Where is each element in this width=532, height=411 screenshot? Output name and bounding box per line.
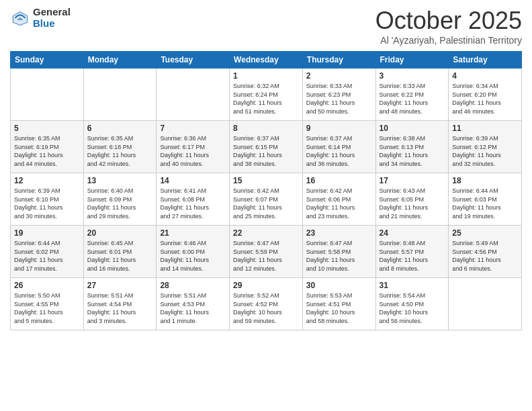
calendar-week-row: 1Sunrise: 6:32 AM Sunset: 6:24 PM Daylig… bbox=[11, 68, 522, 121]
day-number: 3 bbox=[380, 71, 445, 81]
weekday-header: Tuesday bbox=[157, 52, 230, 68]
calendar-cell: 28Sunrise: 5:51 AM Sunset: 4:53 PM Dayli… bbox=[157, 278, 230, 330]
month-title: October 2025 bbox=[375, 7, 522, 35]
calendar-cell: 31Sunrise: 5:54 AM Sunset: 4:50 PM Dayli… bbox=[375, 278, 449, 330]
day-info: Sunrise: 6:36 AM Sunset: 6:17 PM Dayligh… bbox=[160, 134, 226, 168]
day-info: Sunrise: 5:52 AM Sunset: 4:52 PM Dayligh… bbox=[233, 291, 299, 325]
calendar-cell: 9Sunrise: 6:37 AM Sunset: 6:14 PM Daylig… bbox=[302, 121, 375, 173]
day-number: 18 bbox=[452, 176, 518, 185]
calendar-cell: 29Sunrise: 5:52 AM Sunset: 4:52 PM Dayli… bbox=[230, 278, 303, 330]
day-number: 29 bbox=[233, 281, 299, 290]
day-info: Sunrise: 6:44 AM Sunset: 6:03 PM Dayligh… bbox=[452, 187, 518, 220]
day-info: Sunrise: 6:34 AM Sunset: 6:20 PM Dayligh… bbox=[452, 82, 518, 116]
calendar-cell: 22Sunrise: 6:47 AM Sunset: 5:59 PM Dayli… bbox=[230, 226, 303, 278]
logo-text: General Blue bbox=[33, 7, 71, 29]
calendar-cell: 23Sunrise: 6:47 AM Sunset: 5:58 PM Dayli… bbox=[302, 226, 375, 278]
calendar-cell: 25Sunrise: 5:49 AM Sunset: 4:56 PM Dayli… bbox=[449, 226, 522, 278]
day-info: Sunrise: 5:51 AM Sunset: 4:53 PM Dayligh… bbox=[160, 291, 226, 325]
weekday-header: Thursday bbox=[302, 52, 375, 68]
day-number: 20 bbox=[87, 228, 153, 238]
logo-general: General bbox=[33, 7, 71, 18]
day-info: Sunrise: 6:47 AM Sunset: 5:58 PM Dayligh… bbox=[306, 239, 372, 273]
day-number: 21 bbox=[160, 228, 226, 238]
day-info: Sunrise: 6:35 AM Sunset: 6:19 PM Dayligh… bbox=[14, 134, 80, 168]
day-number: 11 bbox=[452, 124, 518, 133]
page: General Blue October 2025 Al 'Ayzariyah,… bbox=[0, 0, 532, 411]
calendar-cell: 11Sunrise: 6:39 AM Sunset: 6:12 PM Dayli… bbox=[449, 121, 522, 173]
day-number: 28 bbox=[160, 281, 226, 290]
day-number: 13 bbox=[87, 176, 153, 185]
weekday-header: Wednesday bbox=[230, 52, 303, 68]
day-info: Sunrise: 6:42 AM Sunset: 6:07 PM Dayligh… bbox=[233, 187, 299, 220]
day-number: 10 bbox=[380, 124, 445, 133]
day-info: Sunrise: 6:33 AM Sunset: 6:22 PM Dayligh… bbox=[380, 82, 445, 116]
day-info: Sunrise: 5:51 AM Sunset: 4:54 PM Dayligh… bbox=[87, 291, 153, 325]
day-info: Sunrise: 6:37 AM Sunset: 6:15 PM Dayligh… bbox=[233, 134, 299, 168]
header: General Blue October 2025 Al 'Ayzariyah,… bbox=[10, 7, 522, 46]
calendar-cell: 7Sunrise: 6:36 AM Sunset: 6:17 PM Daylig… bbox=[157, 121, 230, 173]
calendar-cell: 4Sunrise: 6:34 AM Sunset: 6:20 PM Daylig… bbox=[449, 68, 522, 121]
day-number: 30 bbox=[306, 281, 372, 290]
title-block: October 2025 Al 'Ayzariyah, Palestinian … bbox=[375, 7, 522, 46]
day-number: 25 bbox=[452, 228, 518, 238]
day-number: 24 bbox=[380, 228, 445, 238]
day-number: 1 bbox=[233, 71, 299, 81]
calendar-cell bbox=[83, 68, 157, 121]
day-info: Sunrise: 6:48 AM Sunset: 5:57 PM Dayligh… bbox=[380, 239, 445, 273]
day-number: 15 bbox=[233, 176, 299, 185]
day-number: 14 bbox=[160, 176, 226, 185]
calendar-week-row: 12Sunrise: 6:39 AM Sunset: 6:10 PM Dayli… bbox=[11, 173, 522, 226]
calendar-cell: 21Sunrise: 6:46 AM Sunset: 6:00 PM Dayli… bbox=[157, 226, 230, 278]
day-number: 6 bbox=[87, 124, 153, 133]
logo-icon bbox=[10, 8, 30, 28]
weekday-header: Monday bbox=[83, 52, 157, 68]
day-number: 23 bbox=[306, 228, 372, 238]
calendar-cell: 20Sunrise: 6:45 AM Sunset: 6:01 PM Dayli… bbox=[83, 226, 157, 278]
calendar-cell: 12Sunrise: 6:39 AM Sunset: 6:10 PM Dayli… bbox=[11, 173, 84, 226]
day-number: 8 bbox=[233, 124, 299, 133]
day-number: 2 bbox=[306, 71, 372, 81]
calendar-cell: 3Sunrise: 6:33 AM Sunset: 6:22 PM Daylig… bbox=[375, 68, 449, 121]
calendar-cell bbox=[449, 278, 522, 330]
calendar-cell: 27Sunrise: 5:51 AM Sunset: 4:54 PM Dayli… bbox=[83, 278, 157, 330]
day-info: Sunrise: 6:38 AM Sunset: 6:13 PM Dayligh… bbox=[380, 134, 445, 168]
location-title: Al 'Ayzariyah, Palestinian Territory bbox=[375, 35, 522, 46]
day-number: 4 bbox=[452, 71, 518, 81]
weekday-header-row: SundayMondayTuesdayWednesdayThursdayFrid… bbox=[11, 52, 522, 68]
day-number: 26 bbox=[14, 281, 80, 290]
calendar-cell: 15Sunrise: 6:42 AM Sunset: 6:07 PM Dayli… bbox=[230, 173, 303, 226]
day-info: Sunrise: 5:50 AM Sunset: 4:55 PM Dayligh… bbox=[14, 291, 80, 325]
calendar-cell: 14Sunrise: 6:41 AM Sunset: 6:08 PM Dayli… bbox=[157, 173, 230, 226]
day-info: Sunrise: 6:41 AM Sunset: 6:08 PM Dayligh… bbox=[160, 187, 226, 220]
logo-blue: Blue bbox=[33, 18, 71, 30]
day-number: 16 bbox=[306, 176, 372, 185]
calendar-cell: 1Sunrise: 6:32 AM Sunset: 6:24 PM Daylig… bbox=[230, 68, 303, 121]
day-info: Sunrise: 6:37 AM Sunset: 6:14 PM Dayligh… bbox=[306, 134, 372, 168]
day-number: 7 bbox=[160, 124, 226, 133]
day-info: Sunrise: 6:43 AM Sunset: 6:05 PM Dayligh… bbox=[380, 187, 445, 220]
day-info: Sunrise: 5:53 AM Sunset: 4:51 PM Dayligh… bbox=[306, 291, 372, 325]
calendar-cell: 30Sunrise: 5:53 AM Sunset: 4:51 PM Dayli… bbox=[302, 278, 375, 330]
calendar-cell: 2Sunrise: 6:33 AM Sunset: 6:23 PM Daylig… bbox=[302, 68, 375, 121]
calendar-cell: 10Sunrise: 6:38 AM Sunset: 6:13 PM Dayli… bbox=[375, 121, 449, 173]
day-info: Sunrise: 6:40 AM Sunset: 6:09 PM Dayligh… bbox=[87, 187, 153, 220]
day-info: Sunrise: 6:33 AM Sunset: 6:23 PM Dayligh… bbox=[306, 82, 372, 116]
calendar-cell: 8Sunrise: 6:37 AM Sunset: 6:15 PM Daylig… bbox=[230, 121, 303, 173]
day-info: Sunrise: 6:42 AM Sunset: 6:06 PM Dayligh… bbox=[306, 187, 372, 220]
day-info: Sunrise: 6:44 AM Sunset: 6:02 PM Dayligh… bbox=[14, 239, 80, 273]
calendar-cell: 6Sunrise: 6:35 AM Sunset: 6:18 PM Daylig… bbox=[83, 121, 157, 173]
day-info: Sunrise: 6:39 AM Sunset: 6:10 PM Dayligh… bbox=[14, 187, 80, 220]
day-info: Sunrise: 6:45 AM Sunset: 6:01 PM Dayligh… bbox=[87, 239, 153, 273]
weekday-header: Sunday bbox=[11, 52, 84, 68]
calendar-cell: 5Sunrise: 6:35 AM Sunset: 6:19 PM Daylig… bbox=[11, 121, 84, 173]
calendar-cell bbox=[11, 68, 84, 121]
day-number: 5 bbox=[14, 124, 80, 133]
weekday-header: Friday bbox=[375, 52, 449, 68]
calendar-cell: 18Sunrise: 6:44 AM Sunset: 6:03 PM Dayli… bbox=[449, 173, 522, 226]
calendar-cell: 13Sunrise: 6:40 AM Sunset: 6:09 PM Dayli… bbox=[83, 173, 157, 226]
day-number: 17 bbox=[380, 176, 445, 185]
calendar-cell: 24Sunrise: 6:48 AM Sunset: 5:57 PM Dayli… bbox=[375, 226, 449, 278]
calendar-cell bbox=[157, 68, 230, 121]
calendar-cell: 19Sunrise: 6:44 AM Sunset: 6:02 PM Dayli… bbox=[11, 226, 84, 278]
day-number: 22 bbox=[233, 228, 299, 238]
